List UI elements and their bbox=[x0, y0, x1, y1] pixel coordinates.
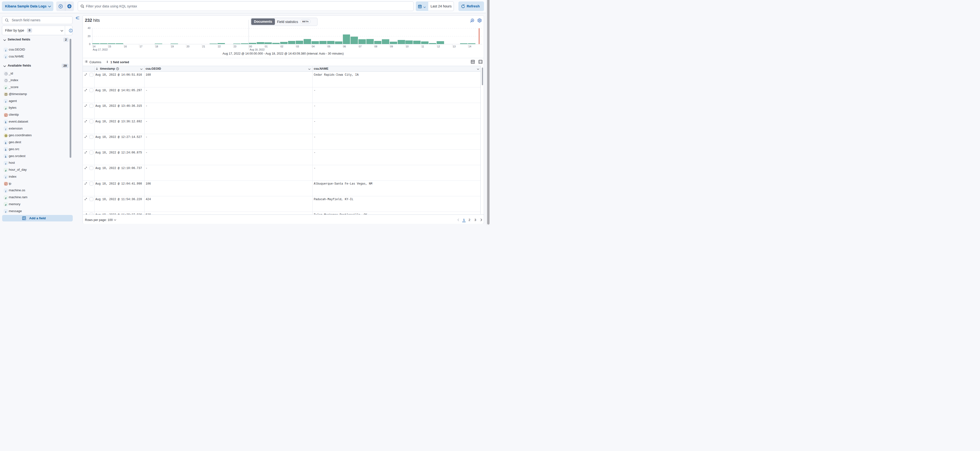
svg-text:IP: IP bbox=[5, 114, 7, 116]
svg-text:IP: IP bbox=[5, 183, 7, 185]
